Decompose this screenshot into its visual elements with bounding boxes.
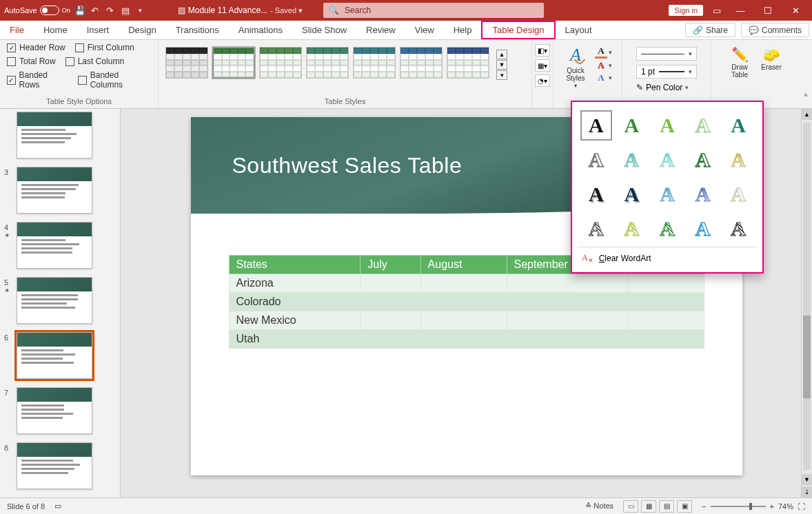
chk-first-column[interactable]: First Column xyxy=(75,43,134,52)
chk-banded-columns[interactable]: Banded Columns xyxy=(78,70,151,90)
search-box[interactable]: 🔍 Search xyxy=(323,3,544,18)
effects-button[interactable]: ◔▾ xyxy=(535,74,550,87)
zoom-out-button[interactable]: − xyxy=(702,502,706,511)
wordart-style-1[interactable]: A xyxy=(616,110,648,141)
zoom-level[interactable]: 74% xyxy=(778,502,793,511)
maximize-button[interactable]: ☐ xyxy=(758,1,778,20)
table-row[interactable]: Utah xyxy=(229,330,704,349)
redo-icon[interactable]: ↷ xyxy=(105,5,116,16)
table-style-2[interactable] xyxy=(259,47,302,79)
slide-thumb-7[interactable] xyxy=(17,387,92,434)
wordart-style-19[interactable]: A xyxy=(722,214,754,244)
tab-file[interactable]: File xyxy=(0,21,34,39)
text-effects-button[interactable]: A▾ xyxy=(595,72,612,83)
vertical-scrollbar[interactable]: ▲ ▼ ⤓ xyxy=(801,109,812,497)
wordart-style-8[interactable]: A xyxy=(687,145,719,175)
wordart-style-3[interactable]: A xyxy=(687,110,719,141)
normal-view-button[interactable]: ▭ xyxy=(623,500,638,513)
wordart-style-7[interactable]: A xyxy=(651,145,683,175)
gallery-scroll[interactable]: ▲ xyxy=(496,50,507,59)
reading-view-button[interactable]: ▤ xyxy=(659,500,674,513)
wordart-style-15[interactable]: A xyxy=(580,214,612,244)
chk-total-row[interactable]: Total Row xyxy=(7,56,56,66)
tab-animations[interactable]: Animations xyxy=(229,21,292,39)
col-july[interactable]: July xyxy=(361,256,420,274)
tab-insert[interactable]: Insert xyxy=(77,21,119,39)
undo-icon[interactable]: ↶ xyxy=(90,5,101,16)
borders-button[interactable]: ▦▾ xyxy=(535,59,550,72)
table-style-5[interactable] xyxy=(400,47,443,79)
pen-style-select[interactable]: ▾ xyxy=(636,47,697,61)
table-style-4[interactable] xyxy=(353,47,396,79)
wordart-style-16[interactable]: A xyxy=(616,214,648,244)
accessibility-icon[interactable]: ▭ xyxy=(54,502,61,511)
chk-banded-rows[interactable]: ✓Banded Rows xyxy=(7,70,68,90)
from-beginning-icon[interactable]: ▤ xyxy=(120,5,131,16)
wordart-style-13[interactable]: A xyxy=(687,179,719,209)
customize-qat-icon[interactable]: ▾ xyxy=(135,5,146,16)
close-button[interactable]: ✕ xyxy=(786,1,805,20)
wordart-style-12[interactable]: A xyxy=(651,179,683,209)
slideshow-view-button[interactable]: ▣ xyxy=(677,500,692,513)
wordart-style-14[interactable]: A xyxy=(722,179,754,209)
text-outline-button[interactable]: A▾ xyxy=(595,60,612,71)
scroll-down-icon[interactable]: ▼ xyxy=(802,474,812,485)
share-button[interactable]: 🔗Share xyxy=(685,23,735,37)
tab-layout[interactable]: Layout xyxy=(556,21,602,39)
table-row[interactable]: New Mexico xyxy=(229,311,704,330)
table-styles-gallery[interactable]: ▲▼▾ xyxy=(165,43,525,80)
zoom-in-button[interactable]: + xyxy=(770,502,774,511)
wordart-style-9[interactable]: A xyxy=(722,145,754,175)
quick-styles-button[interactable]: A Quick Styles ▾ xyxy=(560,43,591,89)
tab-help[interactable]: Help xyxy=(444,21,482,39)
next-slide-icon[interactable]: ⤓ xyxy=(802,486,812,497)
fit-to-window-button[interactable]: ⛶ xyxy=(798,502,805,511)
tab-home[interactable]: Home xyxy=(34,21,77,39)
wordart-style-18[interactable]: A xyxy=(687,214,719,244)
slide-thumb-8[interactable] xyxy=(17,442,92,489)
tab-design[interactable]: Design xyxy=(119,21,165,39)
wordart-style-5[interactable]: A xyxy=(580,145,612,175)
save-status[interactable]: - Saved ▾ xyxy=(270,6,303,15)
pen-color-button[interactable]: ✎ Pen Color▾ xyxy=(636,83,697,92)
zoom-slider[interactable] xyxy=(711,506,766,507)
table-row[interactable]: Arizona xyxy=(229,274,704,293)
wordart-style-0[interactable]: A xyxy=(580,110,612,141)
table-style-3[interactable] xyxy=(306,47,349,79)
slide-thumb-6[interactable] xyxy=(17,332,92,379)
save-icon[interactable]: 💾 xyxy=(74,5,85,16)
table-style-1[interactable] xyxy=(212,47,255,79)
clear-wordart-button[interactable]: A✕ Clear WordArt xyxy=(578,247,757,267)
collapse-ribbon-button[interactable]: ˄ xyxy=(800,40,812,108)
sorter-view-button[interactable]: ▦ xyxy=(641,500,656,513)
chk-last-column[interactable]: Last Column xyxy=(65,56,124,66)
signin-button[interactable]: Sign in xyxy=(669,5,703,16)
wordart-style-17[interactable]: A xyxy=(651,214,683,244)
chk-header-row[interactable]: ✓Header Row xyxy=(7,43,65,52)
comments-button[interactable]: 💬Comments xyxy=(741,23,809,37)
pen-weight-select[interactable]: 1 pt▾ xyxy=(636,65,697,79)
tab-view[interactable]: View xyxy=(405,21,444,39)
shading-button[interactable]: ◧▾ xyxy=(535,44,550,56)
ribbon-display-icon[interactable]: ▭ xyxy=(711,5,722,16)
table-row[interactable]: Colorado xyxy=(229,293,704,311)
wordart-style-2[interactable]: A xyxy=(651,110,683,141)
tab-slideshow[interactable]: Slide Show xyxy=(292,21,356,39)
slide-thumb-5[interactable] xyxy=(17,277,92,324)
slide-thumb-3[interactable] xyxy=(17,167,92,214)
wordart-style-6[interactable]: A xyxy=(616,145,648,175)
slide-thumb-0[interactable] xyxy=(17,112,92,158)
minimize-button[interactable]: — xyxy=(731,1,750,20)
notes-button[interactable]: ≙ Notes xyxy=(585,502,613,511)
text-fill-button[interactable]: A▾ xyxy=(595,45,612,59)
gallery-scroll[interactable]: ▼ xyxy=(496,60,507,70)
slide-thumb-4[interactable] xyxy=(17,222,92,269)
eraser-button[interactable]: 🧽Eraser xyxy=(758,47,784,79)
gallery-scroll[interactable]: ▾ xyxy=(496,70,507,80)
col-states[interactable]: States xyxy=(229,256,361,274)
tab-review[interactable]: Review xyxy=(356,21,405,39)
wordart-style-4[interactable]: A xyxy=(722,110,754,141)
table-style-6[interactable] xyxy=(447,47,489,79)
col-august[interactable]: August xyxy=(420,256,507,274)
wordart-style-11[interactable]: A xyxy=(616,179,648,209)
